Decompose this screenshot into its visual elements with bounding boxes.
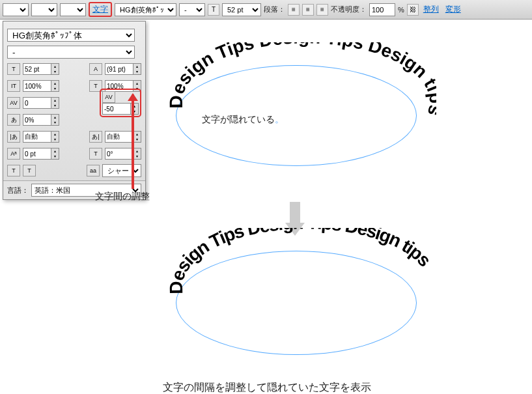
align-right-icon[interactable]: ≡ — [316, 4, 328, 16]
tool-select-1[interactable] — [3, 3, 29, 16]
paragraph-label: 段落： — [264, 5, 285, 14]
strike-icon[interactable]: T — [23, 165, 36, 176]
antialias-select[interactable]: シャープ — [102, 164, 141, 177]
character-panel: HG創英角ﾎﾟｯﾌﾟ体 - T ▴▾ A ▴▾ IT ▴▾ T ▴▾ AV ▴▾… — [3, 21, 146, 200]
tool-select-2[interactable] — [31, 3, 57, 16]
font-style-select[interactable]: - — [179, 3, 205, 16]
opacity-label: 不透明度： — [331, 5, 367, 14]
transform-link[interactable]: 変形 — [443, 4, 463, 15]
font-size-field-icon: T — [7, 63, 20, 75]
main-toolbar: 文字 HG創英角ﾎﾟｯﾌﾟ体 - T 52 pt 段落： ≡ ≡ ≡ 不透明度：… — [0, 0, 532, 20]
align-center-icon[interactable]: ≡ — [302, 4, 314, 16]
aki-right-spinner[interactable]: ▴▾ — [105, 131, 141, 143]
document-canvas[interactable]: Design Tips Design Tips Design tips 文字が隠… — [150, 23, 532, 394]
baseline-field-icon: Aª — [7, 148, 20, 160]
aki-right-field-icon: あ| — [89, 131, 102, 143]
kerning-field-icon: AV — [7, 97, 20, 109]
callout-arrow — [132, 94, 134, 189]
font-size-select[interactable]: 52 pt — [222, 3, 261, 16]
svg-text:Design Tips Design Tips Design: Design Tips Design Tips Design tips — [166, 42, 436, 118]
leading-field-icon: A — [89, 63, 102, 75]
opacity-input[interactable] — [369, 3, 395, 16]
font-size-spinner[interactable]: ▴▾ — [23, 63, 59, 75]
link-icon[interactable]: ⛓ — [407, 4, 419, 16]
align-link[interactable]: 整列 — [421, 4, 441, 15]
leading-spinner[interactable]: ▴▾ — [105, 63, 141, 75]
panel-style-select[interactable]: - — [7, 46, 135, 59]
underline-icon[interactable]: T — [7, 165, 20, 176]
align-left-icon[interactable]: ≡ — [288, 4, 300, 16]
tracking-field-icon: AV — [102, 91, 115, 103]
font-family-select[interactable]: HG創英角ﾎﾟｯﾌﾟ体 — [115, 3, 176, 16]
aa-field-icon: aa — [87, 165, 100, 176]
text-on-path-bottom[interactable]: Design Tips Design Tips Design tips — [163, 228, 436, 384]
tsume-field-icon: あ — [7, 114, 20, 126]
tracking-annotation: 文字間の調整 — [95, 191, 150, 203]
tsume-spinner[interactable]: ▴▾ — [23, 114, 59, 126]
font-size-icon: T — [208, 4, 219, 16]
panel-font-select[interactable]: HG創英角ﾎﾟｯﾌﾟ体 — [7, 29, 135, 42]
vscale-spinner[interactable]: ▴▾ — [23, 80, 59, 92]
aki-left-spinner[interactable]: ▴▾ — [23, 131, 59, 143]
aki-left-field-icon: |あ — [7, 131, 20, 143]
kerning-spinner[interactable]: ▴▾ — [23, 97, 59, 109]
hidden-text-annotation: 文字が隠れている。 — [202, 114, 284, 126]
rotate-field-icon: T — [89, 148, 102, 160]
tool-select-3[interactable] — [60, 3, 86, 16]
bottom-annotation: 文字の間隔を調整して隠れていた文字を表示 — [163, 381, 371, 394]
language-label: 言語： — [7, 186, 29, 195]
character-panel-toggle[interactable]: 文字 — [89, 2, 112, 17]
percent-label: % — [398, 6, 404, 14]
rotate-spinner[interactable]: ▴▾ — [105, 148, 141, 160]
baseline-spinner[interactable]: ▴▾ — [23, 148, 59, 160]
vscale-field-icon: IT — [7, 80, 20, 92]
svg-text:Design Tips Design Tips Design: Design Tips Design Tips Design tips — [166, 228, 435, 294]
